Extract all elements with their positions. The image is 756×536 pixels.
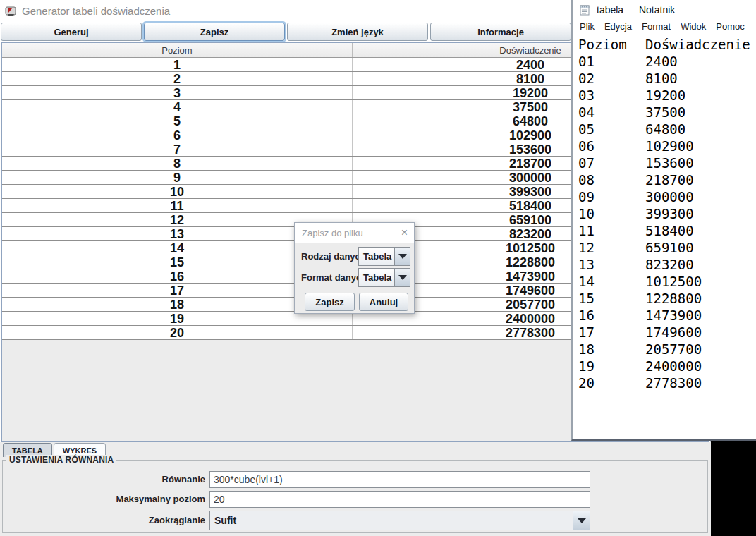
notepad-value: 518400 — [645, 222, 694, 239]
notepad-level: 01 — [578, 53, 645, 70]
notepad-line: 141012500 — [578, 273, 756, 290]
notepad-line: 13823200 — [578, 256, 756, 273]
maksymalny-poziom-input[interactable]: 20 — [209, 491, 590, 508]
triangle-down-icon — [398, 254, 407, 259]
notepad-level: 03 — [578, 87, 645, 104]
triangle-down-icon — [578, 518, 586, 523]
notepad-value: 37500 — [645, 104, 685, 121]
notepad-value: 102900 — [645, 138, 694, 154]
notepad-value: 659100 — [645, 239, 694, 256]
notepad-menubar: Plik Edycja Format Widok Pomoc — [573, 19, 756, 34]
notepad-line: 0437500 — [578, 104, 756, 121]
rownanie-input[interactable]: 300*cube(lvl+1) — [209, 471, 590, 488]
close-icon[interactable]: × — [395, 223, 414, 243]
data-format-row: Format danych Tabela — [295, 268, 414, 287]
menu-edycja[interactable]: Edycja — [599, 21, 637, 32]
rounding-row: Zaokrąglanie Sufit — [3, 511, 707, 530]
notepad-line: 11518400 — [578, 222, 756, 239]
menu-format[interactable]: Format — [637, 21, 676, 32]
settings-group: USTAWIENIA RÓWNANIA Równanie 300*cube(lv… — [2, 460, 708, 533]
notepad-level: 02 — [578, 70, 645, 87]
menu-widok[interactable]: Widok — [676, 21, 711, 32]
notepad-titlebar: tabela — Notatnik — [573, 0, 756, 19]
dialog-anuluj-button[interactable]: Anuluj — [359, 293, 408, 311]
dialog-titlebar: Zapisz do pliku × — [295, 223, 414, 243]
level-cell: 4 — [2, 100, 353, 114]
app-icon — [5, 5, 17, 17]
menu-plik[interactable]: Plik — [575, 21, 599, 32]
max-level-row: Maksymalny poziom 20 — [3, 491, 707, 508]
notepad-level: 07 — [578, 154, 645, 171]
notepad-value: 1012500 — [645, 273, 702, 290]
bottom-panel: TABELA WYKRES USTAWIENIA RÓWNANIA Równan… — [0, 442, 711, 536]
rodzaj-danych-select[interactable]: Tabela — [358, 247, 410, 266]
format-danych-select[interactable]: Tabela — [358, 268, 410, 287]
zaokraglanie-select[interactable]: Sufit — [209, 511, 590, 530]
notepad-value: 300000 — [645, 188, 694, 205]
notepad-level: 05 — [578, 121, 645, 138]
level-cell: 6 — [2, 128, 353, 142]
level-cell: 2 — [2, 72, 353, 85]
notepad-text-area[interactable]: PoziomDoświadczenie 01240002810003192000… — [573, 36, 756, 391]
notepad-window: tabela — Notatnik Plik Edycja Format Wid… — [571, 0, 756, 441]
format-danych-label: Format danych — [301, 268, 367, 287]
notepad-level: 17 — [578, 324, 645, 341]
zmien-jezyk-button[interactable]: Zmień język — [287, 23, 428, 41]
equation-row: Równanie 300*cube(lvl+1) — [3, 471, 707, 488]
notepad-value: 64800 — [645, 121, 685, 138]
notepad-level: 13 — [578, 256, 645, 273]
notepad-value: 2057700 — [645, 341, 702, 358]
notepad-header-line: PoziomDoświadczenie — [578, 36, 756, 53]
notepad-line: 161473900 — [578, 307, 756, 324]
level-cell: 3 — [2, 86, 353, 99]
notepad-line: 12659100 — [578, 239, 756, 256]
column-header-poziom[interactable]: Poziom — [2, 43, 353, 57]
notepad-level: 19 — [578, 358, 645, 374]
chevron-down-icon[interactable] — [394, 248, 410, 265]
notepad-line: 171749600 — [578, 324, 756, 341]
chevron-down-icon[interactable] — [394, 269, 410, 286]
notepad-line: 182057700 — [578, 341, 756, 358]
notepad-line: 012400 — [578, 53, 756, 70]
notepad-value: 153600 — [645, 154, 694, 171]
menu-pomoc[interactable]: Pomoc — [711, 21, 749, 32]
save-dialog: Zapisz do pliku × Rodzaj danych Tabela F… — [294, 222, 415, 314]
notepad-line: 192400000 — [578, 358, 756, 374]
notepad-level: 18 — [578, 341, 645, 358]
notepad-level: 12 — [578, 239, 645, 256]
notepad-line: 10399300 — [578, 205, 756, 222]
notepad-header-exp: Doświadczenie — [645, 36, 750, 53]
level-cell: 1 — [2, 58, 353, 71]
rodzaj-danych-label: Rodzaj danych — [301, 247, 366, 266]
dialog-zapisz-button[interactable]: Zapisz — [305, 293, 355, 311]
dialog-title: Zapisz do pliku — [295, 228, 395, 238]
notepad-value: 8100 — [645, 70, 678, 87]
notepad-value: 2400 — [645, 53, 678, 70]
format-danych-value: Tabela — [359, 269, 394, 286]
notepad-line: 202778300 — [578, 374, 756, 391]
generuj-button[interactable]: Generuj — [1, 23, 142, 41]
zaokraglanie-label: Zaokrąglanie — [3, 511, 205, 530]
notepad-header-level: Poziom — [578, 36, 645, 53]
level-cell: 11 — [2, 199, 353, 212]
app-title: Generator tabeli doświadczenia — [22, 5, 170, 17]
notepad-level: 04 — [578, 104, 645, 121]
notepad-value: 218700 — [645, 171, 694, 188]
level-cell: 5 — [2, 114, 353, 128]
notepad-level: 14 — [578, 273, 645, 290]
maksymalny-poziom-label: Maksymalny poziom — [3, 491, 205, 508]
triangle-down-icon — [398, 275, 407, 280]
zapisz-button[interactable]: Zapisz — [144, 23, 285, 41]
level-cell: 7 — [2, 142, 353, 156]
notepad-level: 10 — [578, 205, 645, 222]
notepad-level: 09 — [578, 188, 645, 205]
settings-group-title: USTAWIENIA RÓWNANIA — [6, 455, 116, 465]
notepad-value: 1228800 — [645, 290, 702, 307]
notepad-line: 028100 — [578, 70, 756, 87]
notepad-value: 2778300 — [645, 374, 702, 391]
chevron-down-icon[interactable] — [573, 511, 590, 530]
notepad-line: 06102900 — [578, 138, 756, 154]
notepad-value: 19200 — [645, 87, 685, 104]
notepad-level: 16 — [578, 307, 645, 324]
informacje-button[interactable]: Informacje — [430, 23, 571, 41]
